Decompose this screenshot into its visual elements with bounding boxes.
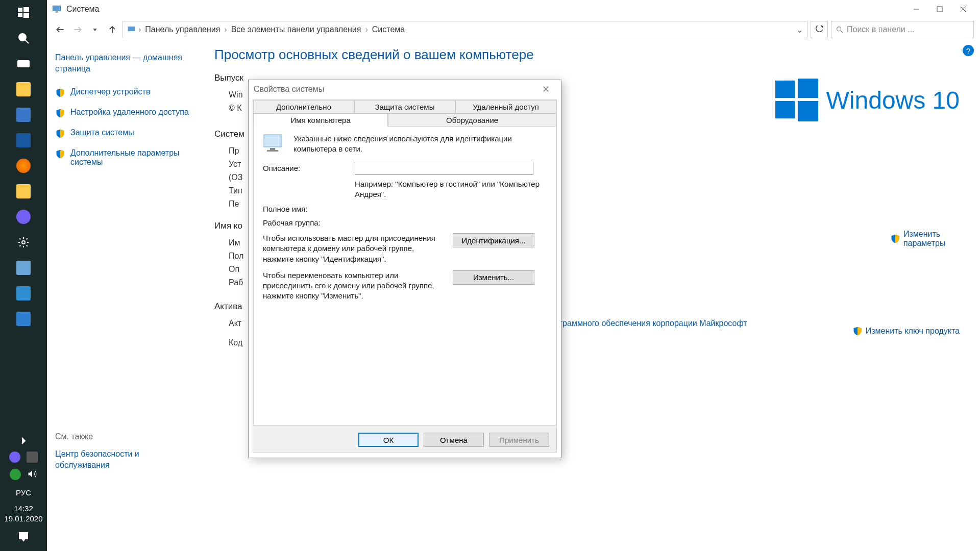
taskbar-app-files[interactable] bbox=[0, 179, 47, 204]
ram-label: Уст bbox=[229, 160, 241, 169]
tray-viber-icon[interactable] bbox=[9, 452, 20, 463]
svg-rect-27 bbox=[775, 101, 795, 118]
processor-label: Пр bbox=[229, 146, 239, 156]
folder-icon bbox=[16, 82, 31, 96]
apply-button[interactable]: Применить bbox=[489, 433, 549, 447]
sidebar-device-manager[interactable]: Диспетчер устройств bbox=[55, 87, 191, 98]
svg-rect-1 bbox=[23, 7, 29, 12]
change-params-link[interactable]: Изменить параметры bbox=[890, 230, 960, 248]
control-panel-icon bbox=[127, 25, 136, 34]
up-button[interactable] bbox=[105, 22, 119, 37]
taskbar: РУС 14:32 19.01.2020 bbox=[0, 0, 47, 551]
tab-remote[interactable]: Удаленный доступ bbox=[455, 100, 556, 113]
task-view-button[interactable] bbox=[0, 51, 47, 77]
ram-label2: (ОЗ bbox=[229, 173, 242, 182]
minimize-button[interactable] bbox=[904, 2, 928, 17]
tab-hardware[interactable]: Оборудование bbox=[388, 113, 556, 127]
notification-icon bbox=[17, 531, 30, 543]
taskbar-clock[interactable]: 14:32 19.01.2020 bbox=[4, 500, 42, 527]
search-button[interactable] bbox=[0, 26, 47, 51]
full-label: Пол bbox=[229, 252, 243, 261]
computer-icon bbox=[263, 134, 285, 153]
show-hidden-tray[interactable] bbox=[17, 433, 30, 448]
pen-label: Пе bbox=[229, 199, 239, 209]
taskbar-language[interactable]: РУС bbox=[16, 485, 31, 501]
sidebar-advanced[interactable]: Дополнительные параметры системы bbox=[55, 148, 191, 167]
device-icon bbox=[16, 261, 31, 275]
cancel-button[interactable]: Отмена bbox=[424, 433, 484, 447]
breadcrumb-root[interactable]: Панель управления bbox=[143, 25, 222, 34]
taskbar-app-disk[interactable] bbox=[0, 128, 47, 153]
refresh-button[interactable] bbox=[811, 21, 828, 38]
help-button[interactable]: ? bbox=[963, 45, 974, 56]
maximize-button[interactable] bbox=[928, 2, 951, 17]
windows-logo-icon bbox=[17, 7, 30, 19]
tab-advanced[interactable]: Дополнительно bbox=[253, 100, 354, 113]
breadcrumb-dropdown[interactable]: ⌄ bbox=[796, 25, 803, 35]
see-also-security[interactable]: Центр безопасности и обслуживания bbox=[55, 448, 191, 471]
dialog-titlebar[interactable]: Свойства системы ✕ bbox=[249, 80, 561, 98]
windows-logo-block: Windows 10 bbox=[775, 79, 960, 121]
svg-rect-22 bbox=[128, 27, 135, 31]
tab-row-front: Имя компьютера Оборудование bbox=[253, 113, 556, 127]
tray-volume-icon[interactable] bbox=[27, 469, 37, 482]
svg-point-4 bbox=[19, 34, 26, 41]
breadcrumb-sep: › bbox=[222, 25, 229, 34]
dialog-tabsheet: Дополнительно Защита системы Удаленный д… bbox=[253, 99, 557, 453]
back-button[interactable] bbox=[53, 22, 67, 37]
identification-button[interactable]: Идентификация... bbox=[453, 233, 534, 247]
action-center-button[interactable] bbox=[17, 527, 30, 547]
sidebar-home-link[interactable]: Панель управления — домашняя страница bbox=[55, 52, 191, 75]
sidebar-item-label: Настройка удаленного доступа bbox=[70, 108, 189, 117]
tab-computer-name[interactable]: Имя компьютера bbox=[253, 113, 388, 127]
change-key-link[interactable]: Изменить ключ продукта bbox=[852, 325, 960, 337]
shield-icon bbox=[55, 128, 65, 139]
tray-utorrent-icon[interactable] bbox=[10, 469, 21, 480]
svg-rect-26 bbox=[797, 79, 818, 98]
svg-rect-15 bbox=[937, 7, 942, 12]
breadcrumb-l2[interactable]: Система bbox=[370, 25, 407, 34]
change-button[interactable]: Изменить... bbox=[453, 270, 534, 285]
taskbar-app-explorer[interactable] bbox=[0, 77, 47, 102]
tray-slack-icon[interactable] bbox=[27, 452, 38, 463]
refresh-icon bbox=[815, 26, 823, 34]
svg-rect-29 bbox=[264, 135, 281, 147]
folder2-icon bbox=[16, 184, 31, 198]
sidebar-remote[interactable]: Настройка удаленного доступа bbox=[55, 108, 191, 119]
breadcrumb-l1[interactable]: Все элементы панели управления bbox=[229, 25, 363, 34]
start-button[interactable] bbox=[0, 0, 47, 26]
svg-marker-10 bbox=[29, 470, 33, 477]
act-label: Акт bbox=[229, 319, 241, 328]
taskbar-app-taskmgr[interactable] bbox=[0, 281, 47, 306]
svg-marker-20 bbox=[93, 29, 97, 31]
svg-rect-11 bbox=[19, 533, 28, 539]
taskbar-app-viber[interactable] bbox=[0, 204, 47, 230]
chevron-right-icon bbox=[17, 435, 30, 447]
sidebar-protection[interactable]: Защита системы bbox=[55, 128, 191, 139]
description-input[interactable] bbox=[355, 162, 533, 175]
taskbar-app-system[interactable] bbox=[0, 306, 47, 332]
address-bar[interactable]: › Панель управления › Все элементы панел… bbox=[122, 21, 807, 38]
ok-button[interactable]: ОК bbox=[358, 433, 419, 447]
close-button[interactable] bbox=[951, 2, 975, 17]
taskbar-app-settings[interactable] bbox=[0, 230, 47, 255]
tab-protection[interactable]: Защита системы bbox=[354, 100, 455, 113]
chevron-down-icon bbox=[92, 27, 98, 33]
taskbar-app-device[interactable] bbox=[0, 255, 47, 281]
forward-button[interactable] bbox=[70, 22, 85, 37]
taskbar-bottom: РУС 14:32 19.01.2020 bbox=[0, 433, 47, 552]
svg-line-24 bbox=[841, 31, 843, 33]
copyright-partial: © К bbox=[229, 104, 242, 113]
taskbar-app-firefox[interactable] bbox=[0, 153, 47, 179]
dialog-close-button[interactable]: ✕ bbox=[535, 82, 556, 97]
speaker-icon bbox=[27, 469, 37, 479]
sidebar: Панель управления — домашняя страница Ди… bbox=[47, 42, 199, 551]
name-label: Им bbox=[229, 238, 240, 247]
clock-date: 19.01.2020 bbox=[4, 514, 42, 524]
recent-button[interactable] bbox=[88, 22, 102, 37]
page-title: Просмотр основных сведений о вашем компь… bbox=[214, 47, 965, 63]
search-input[interactable]: Поиск в панели ... bbox=[831, 21, 974, 38]
windows-logo-text: Windows 10 bbox=[826, 86, 960, 114]
fullname-label: Полное имя: bbox=[263, 205, 547, 213]
taskbar-app-remote[interactable] bbox=[0, 102, 47, 128]
